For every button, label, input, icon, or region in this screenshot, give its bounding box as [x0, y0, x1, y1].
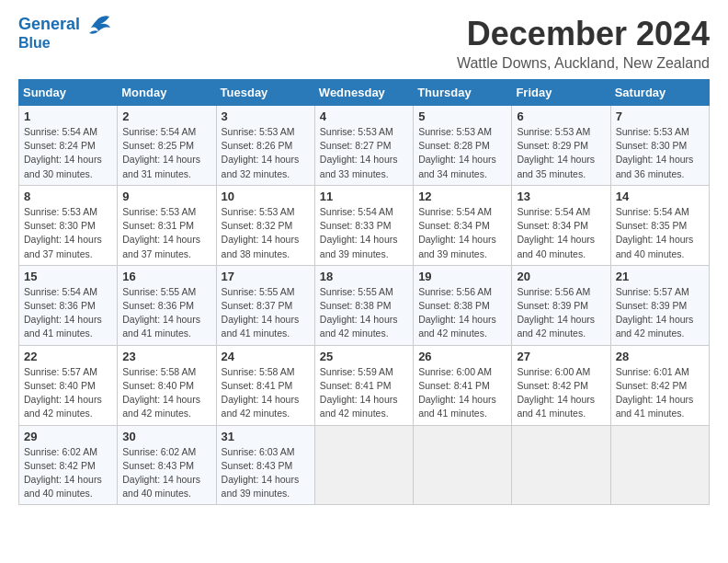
day-number: 20: [517, 270, 605, 283]
day-number: 14: [616, 190, 704, 203]
day-cell: 31Sunrise: 6:03 AMSunset: 8:43 PMDayligh…: [216, 425, 314, 505]
day-number: 23: [122, 350, 210, 363]
day-detail: Sunrise: 6:00 AMSunset: 8:42 PMDaylight:…: [517, 366, 595, 419]
day-number: 5: [418, 109, 506, 123]
day-cell: 22Sunrise: 5:57 AMSunset: 8:40 PMDayligh…: [19, 345, 118, 425]
day-number: 15: [24, 270, 112, 283]
day-cell: 21Sunrise: 5:57 AMSunset: 8:39 PMDayligh…: [610, 265, 709, 345]
week-row-3: 15Sunrise: 5:54 AMSunset: 8:36 PMDayligh…: [19, 265, 710, 345]
day-number: 24: [222, 350, 310, 363]
day-detail: Sunrise: 5:59 AMSunset: 8:41 PMDaylight:…: [320, 366, 398, 419]
day-cell: 1Sunrise: 5:54 AMSunset: 8:24 PMDaylight…: [19, 106, 118, 186]
day-detail: Sunrise: 5:53 AMSunset: 8:29 PMDaylight:…: [517, 126, 595, 179]
day-number: 1: [24, 109, 112, 123]
day-number: 13: [517, 190, 605, 203]
day-number: 21: [616, 270, 704, 283]
day-cell: [414, 425, 512, 505]
day-cell: 18Sunrise: 5:55 AMSunset: 8:38 PMDayligh…: [314, 265, 413, 345]
day-detail: Sunrise: 5:53 AMSunset: 8:30 PMDaylight:…: [616, 126, 694, 179]
header-day-monday: Monday: [118, 80, 216, 106]
page-header: General Blue December 2024 Wattle Downs,…: [18, 15, 710, 72]
header-day-tuesday: Tuesday: [216, 80, 314, 106]
logo: General Blue: [18, 15, 111, 52]
day-detail: Sunrise: 5:57 AMSunset: 8:39 PMDaylight:…: [616, 286, 694, 339]
day-detail: Sunrise: 5:54 AMSunset: 8:34 PMDaylight:…: [418, 206, 496, 259]
day-number: 10: [222, 190, 310, 203]
day-cell: 7Sunrise: 5:53 AMSunset: 8:30 PMDaylight…: [610, 106, 709, 186]
day-number: 12: [418, 190, 506, 203]
day-detail: Sunrise: 6:00 AMSunset: 8:41 PMDaylight:…: [418, 366, 496, 419]
day-cell: [512, 425, 610, 505]
day-detail: Sunrise: 5:54 AMSunset: 8:24 PMDaylight:…: [24, 126, 102, 179]
day-detail: Sunrise: 6:03 AMSunset: 8:43 PMDaylight:…: [222, 446, 300, 500]
day-number: 27: [517, 350, 605, 363]
month-title: December 2024: [457, 15, 710, 53]
day-detail: Sunrise: 5:58 AMSunset: 8:40 PMDaylight:…: [122, 366, 200, 419]
day-cell: 12Sunrise: 5:54 AMSunset: 8:34 PMDayligh…: [414, 185, 512, 265]
week-row-4: 22Sunrise: 5:57 AMSunset: 8:40 PMDayligh…: [19, 345, 710, 425]
day-number: 11: [320, 190, 408, 203]
day-cell: 6Sunrise: 5:53 AMSunset: 8:29 PMDaylight…: [512, 106, 610, 186]
day-cell: 29Sunrise: 6:02 AMSunset: 8:42 PMDayligh…: [19, 425, 118, 505]
day-number: 2: [122, 109, 210, 123]
week-row-5: 29Sunrise: 6:02 AMSunset: 8:42 PMDayligh…: [19, 425, 710, 505]
day-detail: Sunrise: 5:56 AMSunset: 8:38 PMDaylight:…: [418, 286, 496, 339]
location: Wattle Downs, Auckland, New Zealand: [457, 55, 710, 72]
day-cell: 26Sunrise: 6:00 AMSunset: 8:41 PMDayligh…: [414, 345, 512, 425]
day-cell: 25Sunrise: 5:59 AMSunset: 8:41 PMDayligh…: [314, 345, 413, 425]
day-number: 4: [320, 109, 408, 123]
day-number: 18: [320, 270, 408, 283]
day-number: 25: [320, 350, 408, 363]
day-number: 8: [24, 190, 112, 203]
day-detail: Sunrise: 5:54 AMSunset: 8:36 PMDaylight:…: [24, 286, 102, 339]
day-detail: Sunrise: 5:53 AMSunset: 8:32 PMDaylight:…: [222, 206, 300, 259]
day-number: 9: [122, 190, 210, 203]
day-detail: Sunrise: 5:53 AMSunset: 8:31 PMDaylight:…: [122, 206, 200, 259]
day-number: 7: [616, 109, 704, 123]
header-day-friday: Friday: [512, 80, 610, 106]
day-detail: Sunrise: 6:01 AMSunset: 8:42 PMDaylight:…: [616, 366, 694, 419]
day-cell: 17Sunrise: 5:55 AMSunset: 8:37 PMDayligh…: [216, 265, 314, 345]
day-cell: 30Sunrise: 6:02 AMSunset: 8:43 PMDayligh…: [118, 425, 216, 505]
day-cell: [610, 425, 709, 505]
day-number: 3: [222, 109, 310, 123]
header-day-thursday: Thursday: [414, 80, 512, 106]
day-detail: Sunrise: 5:55 AMSunset: 8:36 PMDaylight:…: [122, 286, 200, 339]
day-detail: Sunrise: 6:02 AMSunset: 8:42 PMDaylight:…: [24, 446, 102, 500]
day-number: 30: [122, 430, 210, 443]
day-cell: 11Sunrise: 5:54 AMSunset: 8:33 PMDayligh…: [314, 185, 413, 265]
day-detail: Sunrise: 5:53 AMSunset: 8:27 PMDaylight:…: [320, 126, 398, 179]
day-cell: 8Sunrise: 5:53 AMSunset: 8:30 PMDaylight…: [19, 185, 118, 265]
day-cell: [314, 425, 413, 505]
day-number: 29: [24, 430, 112, 443]
day-cell: 16Sunrise: 5:55 AMSunset: 8:36 PMDayligh…: [118, 265, 216, 345]
day-cell: 28Sunrise: 6:01 AMSunset: 8:42 PMDayligh…: [610, 345, 709, 425]
day-cell: 20Sunrise: 5:56 AMSunset: 8:39 PMDayligh…: [512, 265, 610, 345]
day-detail: Sunrise: 5:54 AMSunset: 8:34 PMDaylight:…: [517, 206, 595, 259]
day-detail: Sunrise: 5:54 AMSunset: 8:35 PMDaylight:…: [616, 206, 694, 259]
day-cell: 15Sunrise: 5:54 AMSunset: 8:36 PMDayligh…: [19, 265, 118, 345]
day-detail: Sunrise: 5:55 AMSunset: 8:38 PMDaylight:…: [320, 286, 398, 339]
day-detail: Sunrise: 5:57 AMSunset: 8:40 PMDaylight:…: [24, 366, 102, 419]
day-cell: 27Sunrise: 6:00 AMSunset: 8:42 PMDayligh…: [512, 345, 610, 425]
day-cell: 23Sunrise: 5:58 AMSunset: 8:40 PMDayligh…: [118, 345, 216, 425]
day-detail: Sunrise: 5:53 AMSunset: 8:28 PMDaylight:…: [418, 126, 496, 179]
day-number: 26: [418, 350, 506, 363]
day-detail: Sunrise: 5:58 AMSunset: 8:41 PMDaylight:…: [222, 366, 300, 419]
logo-blue: Blue: [18, 35, 51, 52]
header-row: SundayMondayTuesdayWednesdayThursdayFrid…: [19, 80, 710, 106]
day-cell: 19Sunrise: 5:56 AMSunset: 8:38 PMDayligh…: [414, 265, 512, 345]
header-day-wednesday: Wednesday: [314, 80, 413, 106]
header-day-saturday: Saturday: [610, 80, 709, 106]
day-cell: 13Sunrise: 5:54 AMSunset: 8:34 PMDayligh…: [512, 185, 610, 265]
day-detail: Sunrise: 5:55 AMSunset: 8:37 PMDaylight:…: [222, 286, 300, 339]
day-detail: Sunrise: 5:54 AMSunset: 8:25 PMDaylight:…: [122, 126, 200, 179]
day-cell: 10Sunrise: 5:53 AMSunset: 8:32 PMDayligh…: [216, 185, 314, 265]
day-number: 19: [418, 270, 506, 283]
header-day-sunday: Sunday: [19, 80, 118, 106]
day-cell: 4Sunrise: 5:53 AMSunset: 8:27 PMDaylight…: [314, 106, 413, 186]
day-number: 22: [24, 350, 112, 363]
day-detail: Sunrise: 5:53 AMSunset: 8:26 PMDaylight:…: [222, 126, 300, 179]
day-detail: Sunrise: 5:56 AMSunset: 8:39 PMDaylight:…: [517, 286, 595, 339]
day-number: 17: [222, 270, 310, 283]
